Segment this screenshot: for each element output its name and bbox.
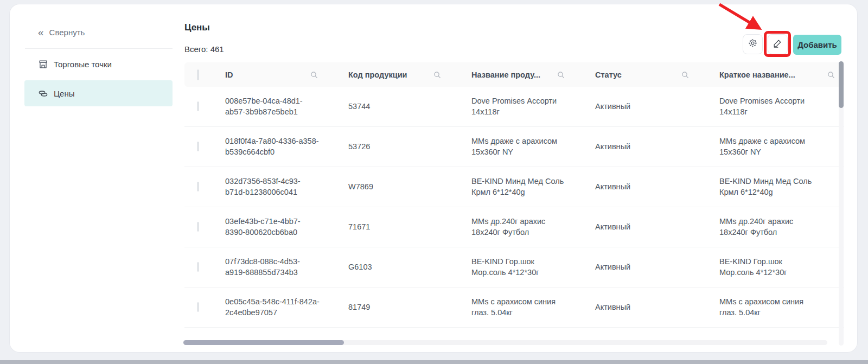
- table-row: 018f0f4a-7a80-4336-a358-b539c664cbf0 537…: [184, 127, 844, 167]
- row-checkbox[interactable]: [197, 101, 199, 111]
- table-row: 03efe43b-c71e-4bb7-8390-800620cb6ba0 716…: [184, 207, 844, 247]
- row-checkbox[interactable]: [197, 182, 199, 191]
- double-chevron-left-icon: «: [38, 27, 44, 37]
- cell-short-name: BE-KIND Гор.шок Мор.соль 4*12*30г: [716, 257, 816, 277]
- cell-product-name: Dove Promises Ассорти 14x118г: [468, 96, 568, 117]
- app-card: « Свернуть Торговые точки Цены: [10, 4, 857, 352]
- horizontal-scrollbar-thumb[interactable]: [183, 340, 344, 345]
- cell-product-code: 53744: [344, 101, 468, 112]
- table-header-row: ID Код продукции Название проду... Стату…: [184, 62, 844, 87]
- search-icon[interactable]: [310, 71, 318, 79]
- table-row: 0e05c45a-548c-411f-842a-2c4e0be97057 817…: [184, 288, 844, 328]
- cell-id: 07f73dc8-088c-4d53-a919-688855d734b3: [221, 257, 320, 277]
- cell-short-name: MMs драже с арахисом 15x360г NY: [716, 136, 816, 157]
- sidebar-item-label: Цены: [54, 89, 75, 98]
- settings-button[interactable]: [743, 34, 763, 54]
- cell-status: Активный: [591, 302, 716, 312]
- row-checkbox[interactable]: [197, 222, 199, 232]
- storefront-icon: [38, 59, 48, 69]
- cell-status: Активный: [591, 182, 716, 192]
- cell-product-name: MMs др.240г арахис 18x240г Футбол: [468, 216, 568, 237]
- cell-product-name: BE-KIND Минд Мед Соль Крмл 6*12*40g: [468, 176, 568, 197]
- table-row: 07f73dc8-088c-4d53-a919-688855d734b3 G61…: [184, 247, 844, 288]
- sidebar-item-trade-points[interactable]: Торговые точки: [24, 51, 173, 77]
- page-title: Цены: [184, 22, 210, 33]
- cell-product-code: G6103: [344, 262, 468, 272]
- cell-status: Активный: [591, 262, 716, 272]
- column-header-product-code: Код продукции: [348, 71, 407, 79]
- column-header-id: ID: [225, 71, 233, 79]
- row-checkbox[interactable]: [197, 262, 199, 272]
- sidebar-item-prices[interactable]: Цены: [24, 80, 173, 106]
- cell-id: 03efe43b-c71e-4bb7-8390-800620cb6ba0: [221, 216, 320, 237]
- cell-product-name: BE-KIND Гор.шок Мор.соль 4*12*30г: [468, 257, 568, 277]
- gear-icon: [748, 38, 758, 50]
- cell-short-name: BE-KIND Минд Мед Соль Крмл 6*12*40g: [716, 176, 816, 197]
- cell-status: Активный: [591, 142, 716, 152]
- cell-status: Активный: [591, 101, 716, 112]
- table-row: 032d7356-853f-4c93-b71d-b1238006c041 W78…: [184, 167, 844, 207]
- select-all-checkbox[interactable]: [197, 69, 199, 80]
- column-header-product-name: Название проду...: [471, 71, 540, 79]
- vertical-scrollbar-thumb[interactable]: [839, 61, 844, 108]
- coins-icon: [38, 88, 48, 99]
- row-checkbox[interactable]: [197, 142, 199, 151]
- add-button[interactable]: Добавить: [793, 35, 841, 55]
- cell-short-name: Dove Promises Ассорти 14x118г: [716, 96, 816, 117]
- sidebar-divider: [25, 48, 173, 49]
- cell-product-code: 81749: [344, 302, 468, 312]
- search-icon[interactable]: [557, 71, 565, 79]
- column-header-status: Статус: [595, 71, 622, 79]
- sidebar-collapse-label: Свернуть: [49, 28, 85, 37]
- cell-id: 032d7356-853f-4c93-b71d-b1238006c041: [221, 176, 320, 197]
- cell-short-name: MMs др.240г арахис 18x240г Футбол: [716, 216, 816, 237]
- cell-id: 008e57be-04ca-48d1-ab57-3b9b87e5beb1: [221, 96, 320, 117]
- sidebar-item-label: Торговые точки: [54, 60, 112, 69]
- cell-short-name: MMs с арахисом синия глаз. 5.04кг: [716, 297, 816, 317]
- sidebar-collapse-button[interactable]: « Свернуть: [38, 27, 85, 37]
- horizontal-scrollbar[interactable]: [183, 340, 827, 345]
- search-icon[interactable]: [433, 71, 442, 79]
- search-icon[interactable]: [681, 71, 690, 79]
- cell-product-code: 71671: [344, 222, 468, 232]
- table-row: 008e57be-04ca-48d1-ab57-3b9b87e5beb1 537…: [184, 87, 844, 127]
- cell-product-name: MMs драже с арахисом 15x360г NY: [468, 136, 568, 157]
- vertical-scrollbar[interactable]: [839, 61, 844, 346]
- window-bottom-edge: [0, 360, 868, 364]
- column-header-short-name: Краткое название...: [719, 71, 795, 79]
- search-icon[interactable]: [827, 71, 835, 79]
- cell-product-code: W7869: [344, 182, 468, 192]
- prices-table: ID Код продукции Название проду... Стату…: [184, 62, 844, 328]
- sidebar: « Свернуть Торговые точки Цены: [10, 4, 182, 352]
- cell-product-code: 53726: [344, 142, 468, 152]
- cell-id: 0e05c45a-548c-411f-842a-2c4e0be97057: [221, 297, 320, 317]
- cell-id: 018f0f4a-7a80-4336-a358-b539c664cbf0: [221, 136, 320, 157]
- cell-product-name: MMs с арахисом синия глаз. 5.04кг: [468, 297, 568, 317]
- edit-button[interactable]: [768, 34, 788, 54]
- pencil-icon: [773, 38, 783, 50]
- total-count: Всего: 461: [184, 44, 224, 54]
- cell-status: Активный: [591, 222, 716, 232]
- row-checkbox[interactable]: [197, 302, 199, 312]
